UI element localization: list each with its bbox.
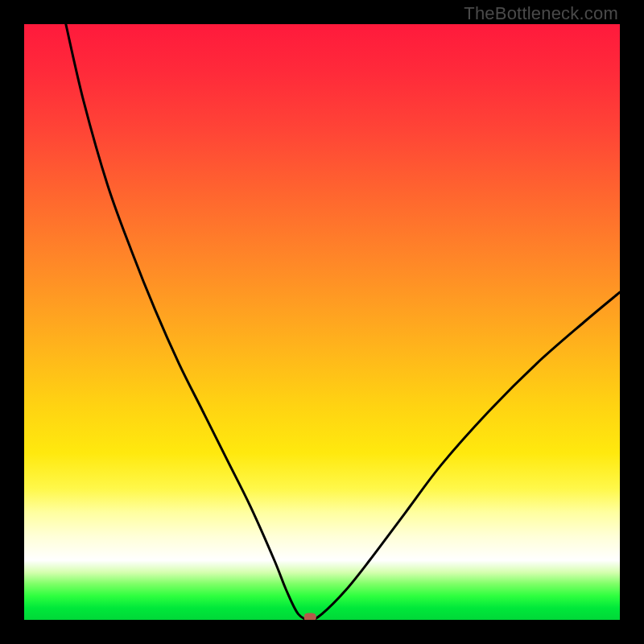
bottleneck-curve xyxy=(66,24,620,620)
minimum-marker xyxy=(304,613,316,620)
curve-layer xyxy=(24,24,620,620)
chart-frame: TheBottleneck.com xyxy=(0,0,644,644)
plot-area xyxy=(24,24,620,620)
watermark-text: TheBottleneck.com xyxy=(464,3,618,24)
